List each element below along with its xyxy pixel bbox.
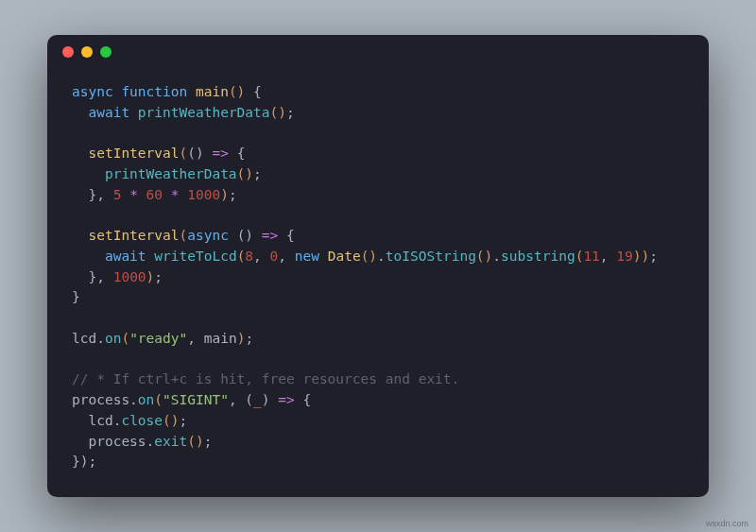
code-token: 11 [583, 249, 599, 264]
code-token: ; [88, 454, 96, 469]
code-token: printWeatherData [105, 166, 237, 181]
code-token: ; [245, 331, 253, 346]
code-token: ) [220, 187, 229, 202]
code-token: ; [649, 249, 658, 264]
code-token: . [96, 331, 105, 346]
code-token: close [121, 413, 163, 428]
code-token: { [278, 228, 294, 243]
code-token [72, 146, 88, 161]
code-token: { [229, 146, 245, 161]
code-token: function [121, 84, 187, 99]
code-token: on [105, 331, 121, 346]
code-token: await [105, 249, 146, 264]
code-token: => [262, 228, 278, 243]
code-token: () [237, 166, 253, 181]
code-token: } [72, 187, 96, 202]
code-token [270, 392, 279, 407]
code-token: // * If ctrl+c is hit, free resources an… [72, 371, 459, 386]
code-token [146, 249, 155, 264]
code-token: ; [253, 166, 262, 181]
code-token [253, 228, 262, 243]
code-token: , [253, 249, 269, 264]
code-token: "SIGINT" [163, 392, 229, 407]
code-token [121, 187, 129, 202]
code-token: } [72, 269, 96, 284]
code-token: => [278, 392, 294, 407]
code-token: async [187, 228, 229, 243]
zoom-icon[interactable] [100, 46, 112, 58]
code-token: () [229, 84, 245, 99]
code-token: ( [180, 228, 188, 243]
code-token: ( [180, 146, 188, 161]
code-token: writeToLcd [154, 249, 236, 264]
code-token: )) [633, 249, 649, 264]
code-token: * [171, 187, 180, 202]
code-token: process [72, 392, 129, 407]
code-token: await [88, 105, 129, 120]
code-token [129, 105, 138, 120]
code-token: 1000 [113, 269, 146, 284]
code-token: () [163, 413, 179, 428]
code-token: }) [72, 454, 88, 469]
code-token: ( [245, 392, 253, 407]
code-token: 8 [245, 249, 253, 264]
code-token: printWeatherData [138, 105, 270, 120]
code-token: . [129, 392, 138, 407]
code-token: () [476, 249, 492, 264]
code-token [72, 228, 88, 243]
code-token: ; [154, 269, 163, 284]
code-token: => [212, 146, 228, 161]
code-token: , [600, 249, 616, 264]
code-token: , [96, 269, 112, 284]
code-token: main [196, 84, 229, 99]
code-token: { [245, 84, 261, 99]
close-icon[interactable] [62, 46, 74, 58]
code-token: () [187, 434, 203, 449]
code-token [163, 187, 171, 202]
code-token [229, 228, 237, 243]
code-token: ; [204, 434, 213, 449]
code-token: , [187, 331, 203, 346]
code-token: setInterval [88, 228, 179, 243]
code-token: { [295, 392, 311, 407]
code-token: toISOString [386, 249, 476, 264]
code-token: 19 [616, 249, 632, 264]
code-token: , [229, 392, 245, 407]
code-token: ( [121, 331, 129, 346]
code-token [319, 249, 328, 264]
minimize-icon[interactable] [81, 46, 93, 58]
code-token: lcd [72, 331, 96, 346]
code-token: exit [154, 434, 187, 449]
code-token: () [270, 105, 286, 120]
code-token: ; [180, 413, 188, 428]
code-token [72, 249, 105, 264]
code-window: async function main() { await printWeath… [47, 35, 709, 497]
code-token: . [492, 249, 501, 264]
code-token: "ready" [129, 331, 187, 346]
code-token [187, 84, 196, 99]
watermark: wsxdn.com [706, 519, 748, 528]
code-token: ; [229, 187, 237, 202]
code-token: 0 [270, 249, 279, 264]
code-token: ; [286, 105, 295, 120]
code-token: Date [328, 249, 361, 264]
code-editor: async function main() { await printWeath… [47, 69, 709, 497]
code-token: 60 [146, 187, 163, 202]
code-token [72, 166, 105, 181]
code-token: } [72, 289, 80, 304]
code-token: , [96, 187, 112, 202]
code-token: setInterval [88, 146, 179, 161]
code-token [72, 434, 88, 449]
code-token: process [88, 434, 146, 449]
code-token: on [138, 392, 154, 407]
code-token: 1000 [187, 187, 220, 202]
code-token: , [278, 249, 294, 264]
code-token: () [237, 228, 253, 243]
code-token: lcd [88, 413, 112, 428]
code-token: main [204, 331, 237, 346]
code-token: . [377, 249, 386, 264]
code-token [180, 187, 188, 202]
code-token [72, 413, 88, 428]
code-token: _ [253, 392, 262, 407]
code-token: substring [501, 249, 576, 264]
